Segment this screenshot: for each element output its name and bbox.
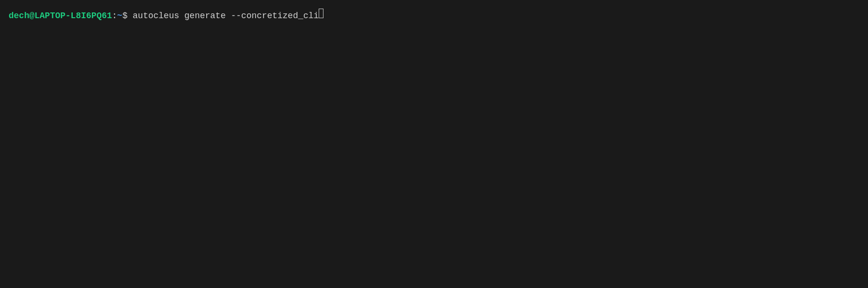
colon-separator: : [112,11,117,22]
prompt-symbol: $ [122,11,133,22]
scrollbar[interactable] [861,0,868,288]
user-host: dech@LAPTOP-L8I6PQ61 [9,11,112,22]
prompt-line: dech@LAPTOP-L8I6PQ61:~$ autocleus genera… [9,9,859,22]
command-input[interactable]: autocleus generate --concretized_cli [133,11,319,22]
text-cursor [319,9,323,18]
current-path: ~ [117,11,122,22]
terminal-window[interactable]: dech@LAPTOP-L8I6PQ61:~$ autocleus genera… [0,0,868,288]
